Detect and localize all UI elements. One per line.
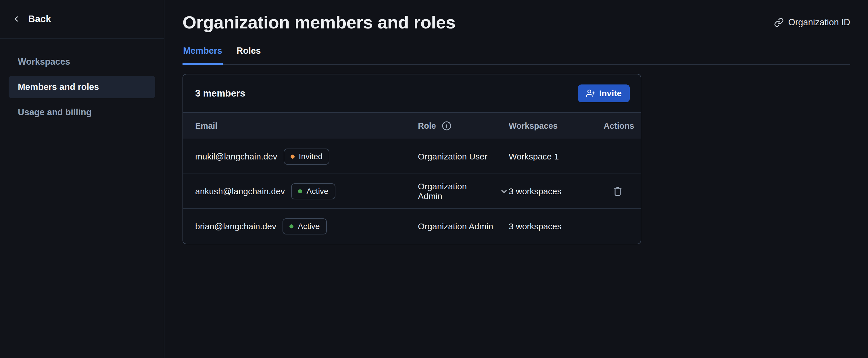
status-badge: Active	[282, 218, 327, 234]
sidebar-nav: Workspaces Members and roles Usage and b…	[0, 51, 164, 124]
status-badge: Active	[291, 183, 335, 199]
invite-button-label: Invite	[599, 89, 622, 98]
role-cell: Organization User	[418, 152, 509, 161]
member-workspaces: 3 workspaces	[509, 222, 603, 231]
tab-members[interactable]: Members	[183, 46, 223, 65]
member-row: ankush@langchain.dev Active Organization…	[183, 174, 641, 209]
role-select[interactable]: Organization Admin	[418, 182, 509, 201]
member-workspaces: Workspace 1	[509, 152, 603, 161]
member-role: Organization Admin	[418, 182, 492, 201]
email-cell: mukil@langchain.dev Invited	[195, 149, 418, 165]
back-label: Back	[28, 13, 51, 25]
page-title: Organization members and roles	[183, 12, 456, 32]
chevron-left-icon	[12, 15, 21, 23]
back-button[interactable]: Back	[0, 0, 164, 38]
status-label: Active	[298, 222, 320, 231]
page-header: Organization members and roles Organizat…	[183, 12, 850, 32]
tab-bar: Members Roles	[183, 46, 850, 65]
member-email: brian@langchain.dev	[195, 222, 276, 231]
member-email: mukil@langchain.dev	[195, 152, 277, 161]
members-panel-header: 3 members Invite	[183, 74, 641, 112]
sidebar-item-members-and-roles[interactable]: Members and roles	[9, 76, 155, 98]
status-dot	[298, 189, 302, 193]
member-workspaces: 3 workspaces	[509, 187, 603, 196]
info-icon[interactable]	[442, 121, 452, 131]
email-cell: ankush@langchain.dev Active	[195, 183, 418, 199]
member-role: Organization User	[418, 152, 488, 161]
sidebar-item-label: Usage and billing	[18, 107, 92, 118]
status-dot	[290, 155, 294, 159]
status-label: Active	[306, 187, 328, 196]
main-content: Organization members and roles Organizat…	[164, 0, 868, 358]
column-header-role: Role	[418, 121, 509, 131]
sidebar-item-workspaces[interactable]: Workspaces	[9, 51, 155, 73]
sidebar-item-usage-and-billing[interactable]: Usage and billing	[9, 101, 155, 124]
column-header-role-label: Role	[418, 121, 436, 131]
tab-roles[interactable]: Roles	[236, 46, 261, 65]
member-count: 3 members	[195, 88, 245, 99]
member-email: ankush@langchain.dev	[195, 187, 285, 196]
link-icon	[774, 18, 784, 27]
sidebar-item-label: Workspaces	[18, 57, 70, 67]
column-header-actions: Actions	[603, 121, 634, 131]
email-cell: brian@langchain.dev Active	[195, 218, 418, 234]
invite-button[interactable]: Invite	[578, 85, 630, 102]
sidebar-item-label: Members and roles	[18, 82, 99, 92]
settings-sidebar: Back Workspaces Members and roles Usage …	[0, 0, 164, 358]
table-header-row: Email Role Workspaces Actions	[183, 112, 641, 139]
chevron-down-icon[interactable]	[499, 187, 509, 196]
column-header-workspaces: Workspaces	[509, 121, 603, 131]
status-badge: Invited	[284, 149, 330, 165]
member-row: mukil@langchain.dev Invited Organization…	[183, 139, 641, 174]
organization-id-button[interactable]: Organization ID	[774, 17, 850, 28]
role-cell: Organization Admin	[418, 222, 509, 231]
user-plus-icon	[586, 89, 595, 98]
column-header-email: Email	[195, 121, 418, 131]
status-dot	[289, 224, 293, 228]
actions-cell	[613, 186, 623, 197]
organization-id-label: Organization ID	[788, 17, 850, 28]
trash-icon[interactable]	[613, 186, 623, 197]
members-panel: 3 members Invite Email Role Workspaces A…	[183, 74, 641, 244]
status-label: Invited	[299, 152, 323, 161]
member-role: Organization Admin	[418, 222, 493, 231]
member-row: brian@langchain.dev Active Organization …	[183, 209, 641, 243]
